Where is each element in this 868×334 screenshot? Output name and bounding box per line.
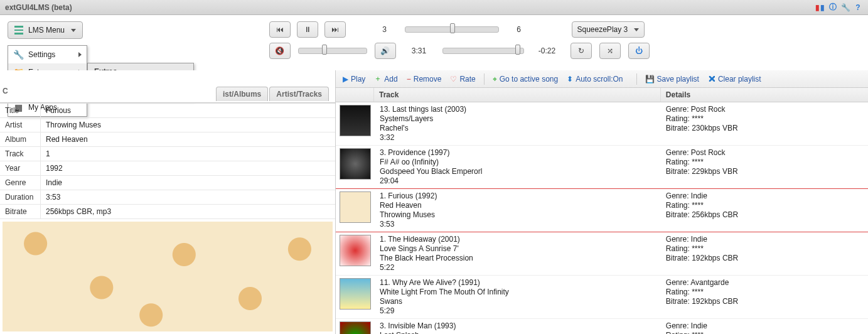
volume-button[interactable]: 🔊 bbox=[375, 43, 396, 59]
track-art bbox=[340, 148, 371, 180]
track-info: 13. Last things last (2003)Systems/Layer… bbox=[375, 105, 661, 143]
left-tab-bar: C ist/Albums Artist/Tracks bbox=[0, 70, 335, 103]
track-info: 1. The Hideaway (2001)Love Sings A Sunri… bbox=[375, 235, 661, 272]
property-value: Red Heaven bbox=[41, 132, 335, 146]
menu-item-settings[interactable]: 🔧 Settings bbox=[8, 46, 87, 63]
tab-artist-tracks[interactable]: Artist/Tracks bbox=[269, 87, 329, 101]
caret-down-icon bbox=[71, 29, 76, 32]
lms-menu-button[interactable]: LMS Menu bbox=[8, 21, 83, 39]
property-row: Track1 bbox=[0, 147, 335, 161]
help-icon[interactable]: ? bbox=[853, 3, 863, 13]
tb-play[interactable]: ▶Play bbox=[340, 73, 368, 85]
wrench-icon: 🔧 bbox=[13, 50, 23, 60]
properties-table: TitleFuriousArtistThrowing MusesAlbumRed… bbox=[0, 103, 335, 219]
prev-button[interactable]: ⏮ bbox=[269, 21, 291, 38]
stats-icon[interactable]: ▮▮ bbox=[815, 3, 825, 13]
track-art bbox=[340, 191, 371, 223]
heart-icon: ♡ bbox=[450, 75, 457, 84]
tab-artist-albums[interactable]: ist/Albums bbox=[216, 87, 268, 101]
property-value: 3:53 bbox=[41, 190, 335, 204]
property-value: Furious bbox=[41, 104, 335, 117]
property-row: Year1992 bbox=[0, 161, 335, 176]
info-icon[interactable]: ⓘ bbox=[828, 3, 838, 13]
caret-down-icon bbox=[634, 28, 639, 31]
property-row: AlbumRed Heaven bbox=[0, 132, 335, 147]
settings-icon[interactable]: 🔧 bbox=[840, 3, 850, 13]
chevron-right-icon bbox=[78, 52, 82, 57]
playlist-row[interactable]: 1. Furious (1992)Red HeavenThrowing Muse… bbox=[336, 189, 868, 232]
track-art bbox=[340, 321, 371, 334]
tb-autoscroll[interactable]: ⬍Auto scroll:On bbox=[564, 73, 631, 85]
album-art bbox=[3, 222, 333, 331]
property-key: Artist bbox=[0, 118, 41, 132]
track-art bbox=[340, 235, 371, 266]
track-info: 3. Providence (1997)F# A# oo (Infinity)G… bbox=[375, 148, 661, 186]
property-key: Bitrate bbox=[0, 205, 41, 218]
property-value: 1992 bbox=[41, 161, 335, 175]
tb-rate[interactable]: ♡Rate bbox=[447, 73, 478, 85]
track-details: Genre: Post RockRating: ****Bitrate: 229… bbox=[661, 148, 868, 186]
track-details: Genre: IndieRating: ****Bitrate: 192kbps… bbox=[661, 235, 868, 272]
save-icon: 💾 bbox=[645, 75, 655, 84]
tb-save[interactable]: 💾Save playlist bbox=[642, 73, 702, 85]
play-icon: ▶ bbox=[343, 75, 348, 84]
next-button[interactable]: ⏭ bbox=[324, 21, 346, 38]
title-bar: extGUI4LMS (beta) ▮▮ ⓘ 🔧 ? bbox=[0, 0, 868, 15]
track-details: Genre: AvantgardeRating: ****Bitrate: 19… bbox=[661, 278, 868, 316]
playlist-row[interactable]: 3. Providence (1997)F# A# oo (Infinity)G… bbox=[336, 146, 868, 189]
track-art bbox=[340, 278, 371, 310]
track-details: Genre: IndieRating: ****Bitrate: 256kbps… bbox=[661, 191, 868, 229]
track-art bbox=[340, 105, 371, 136]
property-value: 1 bbox=[41, 147, 335, 161]
track-info: 3. Invisible Man (1993)Last SplashThe Br… bbox=[375, 321, 661, 334]
property-key: Year bbox=[0, 161, 41, 175]
repeat-button[interactable]: ↻ bbox=[571, 43, 592, 59]
property-key: Track bbox=[0, 147, 41, 161]
playlist-row[interactable]: 13. Last things last (2003)Systems/Layer… bbox=[336, 102, 868, 146]
lms-menu-label: LMS Menu bbox=[28, 26, 65, 35]
header-track[interactable]: Track bbox=[373, 88, 660, 102]
pause-button[interactable]: ⏸ bbox=[297, 21, 318, 38]
time-elapsed: 3:31 bbox=[404, 46, 435, 55]
window-title: extGUI4LMS (beta) bbox=[5, 3, 72, 12]
playlist-headers: Track Details bbox=[336, 88, 868, 102]
playlist-row[interactable]: 3. Invisible Man (1993)Last SplashThe Br… bbox=[336, 319, 868, 334]
scroll-icon: ⬍ bbox=[567, 75, 573, 84]
track-details: Genre: IndieRating: **** bbox=[661, 321, 868, 334]
property-key: Genre bbox=[0, 176, 41, 190]
time-remaining: -0:22 bbox=[532, 46, 563, 55]
property-row: Bitrate256kbps CBR, mp3 bbox=[0, 205, 335, 219]
property-value: Indie bbox=[41, 176, 335, 190]
remove-icon: − bbox=[407, 75, 411, 84]
volume-slider[interactable] bbox=[298, 45, 367, 57]
playlist-row[interactable]: 1. The Hideaway (2001)Love Sings A Sunri… bbox=[336, 232, 868, 276]
tb-remove[interactable]: −Remove bbox=[404, 73, 445, 85]
tb-add[interactable]: ＋Add bbox=[371, 72, 400, 85]
player-name: SqueezePlay 3 bbox=[577, 25, 628, 34]
menu-icon bbox=[14, 26, 23, 35]
property-key: Album bbox=[0, 132, 41, 146]
property-row: ArtistThrowing Muses bbox=[0, 118, 335, 132]
power-button[interactable]: ⏻ bbox=[628, 43, 650, 59]
tb-goto[interactable]: ⌖Go to active song bbox=[490, 73, 561, 85]
shuffle-button[interactable]: ⤮ bbox=[599, 43, 621, 59]
track-slider[interactable] bbox=[405, 24, 499, 35]
property-row: Duration3:53 bbox=[0, 190, 335, 205]
clear-icon: 🗙 bbox=[708, 75, 715, 84]
property-key: Duration bbox=[0, 190, 41, 204]
track-index: 3 bbox=[372, 25, 397, 34]
seek-slider[interactable] bbox=[442, 45, 524, 57]
playlist-row[interactable]: 11. Why Are We Alive? (1991)White Light … bbox=[336, 276, 868, 319]
tb-clear[interactable]: 🗙Clear playlist bbox=[705, 73, 764, 85]
property-value: Throwing Muses bbox=[41, 118, 335, 132]
player-select[interactable]: SqueezePlay 3 bbox=[572, 21, 645, 38]
property-key: Title bbox=[0, 104, 41, 117]
playlist: 13. Last things last (2003)Systems/Layer… bbox=[336, 102, 868, 334]
track-info: 11. Why Are We Alive? (1991)White Light … bbox=[375, 278, 661, 316]
header-details[interactable]: Details bbox=[660, 88, 868, 102]
property-value: 256kbps CBR, mp3 bbox=[41, 205, 335, 218]
playlist-toolbar: ▶Play ＋Add −Remove ♡Rate ⌖Go to active s… bbox=[336, 70, 868, 88]
add-icon: ＋ bbox=[374, 73, 382, 84]
track-info: 1. Furious (1992)Red HeavenThrowing Muse… bbox=[375, 191, 661, 229]
mute-left-button[interactable]: 🔇 bbox=[269, 43, 291, 59]
